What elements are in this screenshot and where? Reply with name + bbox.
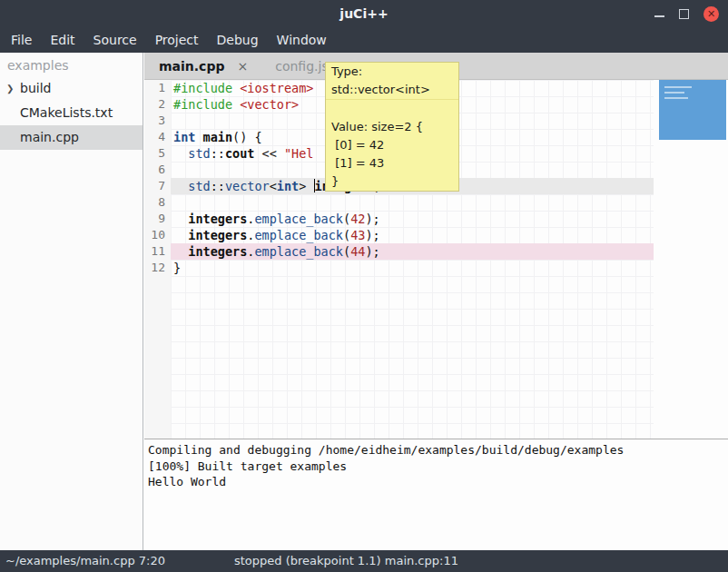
token: main: [203, 130, 233, 144]
line-number: 1: [144, 80, 171, 96]
token: <vector>: [240, 97, 299, 112]
token: "Hel: [284, 146, 314, 161]
scroll-overview-box[interactable]: [659, 80, 726, 140]
code-line[interactable]: 10 integers.emplace_back(43);: [144, 227, 728, 243]
line-number: 12: [144, 260, 171, 276]
code-text: integers.emplace_back(44);: [171, 243, 380, 260]
line-number: 8: [144, 194, 171, 211]
code-line[interactable]: 9 integers.emplace_back(42);: [144, 211, 728, 227]
minimap-mark: [664, 86, 692, 88]
token: integers: [188, 244, 247, 259]
status-file-position: ~/examples/main.cpp 7:20: [5, 550, 165, 572]
maximize-icon[interactable]: [679, 9, 689, 19]
tree-item-label: main.cpp: [20, 130, 79, 144]
tooltip-line: [1] = 43: [326, 154, 458, 173]
terminal-output[interactable]: Compiling and debugging /home/eidheim/ex…: [144, 439, 728, 550]
line-number: 10: [144, 227, 171, 243]
tooltip-value-lines: Value: size=2 { [0] = 42 [1] = 43}: [326, 100, 458, 191]
tree-item-build[interactable]: ❯build: [0, 76, 143, 101]
code-text: integers.emplace_back(43);: [171, 227, 380, 243]
line-number: 5: [144, 145, 171, 162]
menubar: FileEditSourceProjectDebugWindow: [0, 27, 728, 53]
token: [173, 244, 188, 259]
token: [173, 228, 188, 242]
tab-close-icon[interactable]: ×: [237, 59, 248, 74]
minimap-mark: [664, 97, 688, 99]
token: ::: [211, 179, 225, 193]
line-number: 11: [144, 243, 171, 260]
token: cout: [225, 146, 255, 161]
status-debug-state: stopped (breakpoint 1.1) main.cpp:11: [234, 550, 458, 572]
line-number: 9: [144, 211, 171, 227]
file-tree: ❯buildCMakeLists.txtmain.cpp: [0, 76, 143, 150]
token: (: [343, 212, 350, 226]
token: () {: [232, 130, 262, 144]
token: [173, 146, 188, 161]
token: 42: [350, 212, 365, 226]
token: (: [343, 244, 350, 259]
tab-main-cpp[interactable]: main.cpp×: [144, 53, 261, 79]
code-line[interactable]: 11 integers.emplace_back(44);: [144, 243, 728, 260]
token: int: [277, 179, 299, 193]
token: std: [188, 146, 210, 161]
tree-item-label: build: [20, 81, 51, 95]
token: [195, 130, 202, 144]
menu-project[interactable]: Project: [146, 27, 208, 53]
code-line[interactable]: 8: [144, 194, 728, 211]
token: }: [173, 261, 181, 275]
tooltip-line: }: [326, 173, 458, 191]
tooltip-line: Value: size=2 {: [326, 118, 458, 136]
token: #include: [173, 81, 232, 95]
minimize-icon[interactable]: [654, 15, 664, 17]
code-text: [171, 113, 173, 129]
window-title: juCi++: [0, 0, 728, 27]
token: [232, 81, 240, 95]
token: <<: [254, 146, 284, 161]
token: ::: [211, 146, 225, 161]
line-number: 2: [144, 96, 171, 113]
menu-source[interactable]: Source: [84, 27, 146, 53]
token: 43: [350, 228, 365, 242]
terminal-line: Compiling and debugging /home/eidheim/ex…: [148, 442, 724, 459]
line-number: 7: [144, 178, 171, 194]
token: emplace_back: [254, 244, 343, 259]
token: <: [270, 179, 277, 193]
token: >: [299, 179, 313, 193]
token: );: [365, 228, 379, 242]
project-name: examples: [0, 53, 143, 76]
status-bar: ~/examples/main.cpp 7:20 stopped (breakp…: [0, 550, 728, 572]
minimap-mark: [664, 92, 684, 94]
tree-item-cmakelists.txt[interactable]: CMakeLists.txt: [0, 101, 143, 125]
code-text: #include <vector>: [171, 96, 299, 113]
tree-item-main.cpp[interactable]: main.cpp: [0, 125, 143, 150]
token: [173, 212, 188, 226]
token: emplace_back: [254, 212, 343, 226]
token: integers: [188, 212, 247, 226]
code-text: [171, 194, 173, 211]
tab-label: main.cpp: [159, 59, 224, 74]
code-text: integers.emplace_back(42);: [171, 211, 380, 227]
window-controls: ✕: [654, 0, 719, 27]
chevron-right-icon[interactable]: ❯: [6, 76, 14, 101]
menu-edit[interactable]: Edit: [41, 27, 84, 53]
tree-item-label: CMakeLists.txt: [20, 105, 113, 120]
juci-window: juCi++ ✕ FileEditSourceProjectDebugWindo…: [0, 0, 728, 572]
menu-debug[interactable]: Debug: [208, 27, 268, 53]
token: (: [343, 228, 350, 242]
token: 44: [350, 244, 365, 259]
token: emplace_back: [254, 228, 343, 242]
menu-window[interactable]: Window: [268, 27, 336, 53]
code-text: int main() {: [171, 129, 262, 145]
token: vector: [225, 179, 270, 193]
terminal-line: Hello World: [148, 474, 724, 490]
debug-value-tooltip: Type: std::vector<int> Value: size=2 { […: [325, 62, 459, 192]
token: <iostream>: [240, 81, 313, 95]
token: );: [365, 244, 379, 259]
code-text: std::cout << "Hel: [171, 145, 313, 162]
menu-file[interactable]: File: [2, 27, 41, 53]
tooltip-type-line: Type: std::vector<int>: [326, 63, 458, 100]
close-icon[interactable]: ✕: [703, 6, 719, 22]
code-text: }: [171, 260, 181, 276]
token: [173, 179, 188, 193]
code-line[interactable]: 12}: [144, 260, 728, 276]
